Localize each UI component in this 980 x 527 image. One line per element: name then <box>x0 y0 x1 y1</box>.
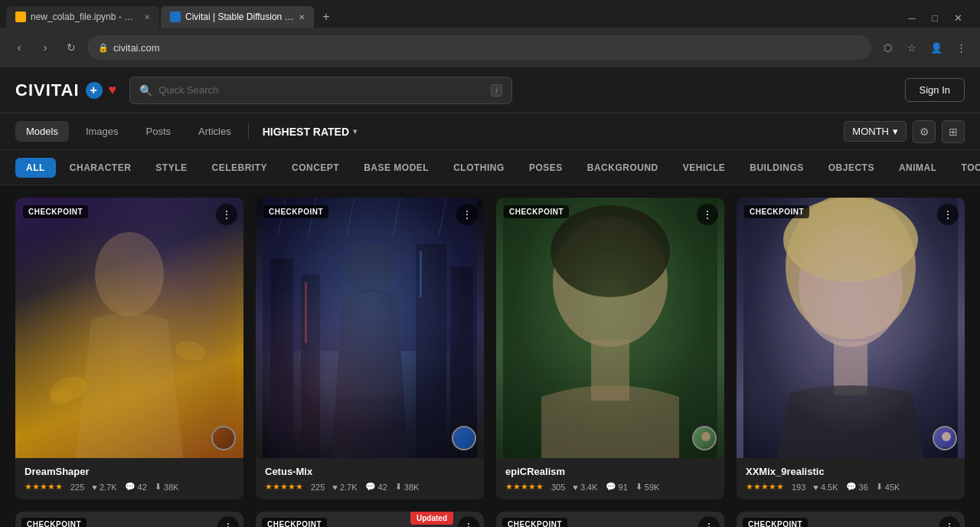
filter-icon: ⚙ <box>920 126 929 138</box>
card-menu-btn-2[interactable]: ⋮ <box>456 204 478 225</box>
month-filter-button[interactable]: MONTH ▾ <box>844 121 906 142</box>
cat-style[interactable]: STYLE <box>145 158 198 178</box>
tab-posts[interactable]: Posts <box>136 121 182 142</box>
tab-models[interactable]: Models <box>15 121 69 142</box>
card-comments-3: 💬 91 <box>606 482 628 492</box>
card-stars-4: ★★★★★ <box>746 482 784 492</box>
card-menu-btn-1[interactable]: ⋮ <box>216 204 237 225</box>
download-icon-4: ⬇ <box>876 482 883 492</box>
svg-line-16 <box>347 198 354 236</box>
cat-character[interactable]: CHARACTER <box>59 158 142 178</box>
card-avatar-4 <box>933 426 957 450</box>
cat-objects[interactable]: OBJECTS <box>818 158 885 178</box>
cat-base-model[interactable]: BASE MODEL <box>353 158 439 178</box>
card-image-4: CHECKPOINT ⋮ <box>737 198 965 458</box>
svg-rect-7 <box>270 259 293 458</box>
card-footer-4: XXMix_9realistic ★★★★★ 193 ♥ 4.5K 💬 36 ⬇… <box>737 458 965 499</box>
svg-line-18 <box>439 198 446 236</box>
forward-button[interactable]: › <box>35 38 55 57</box>
bottom-card-4[interactable]: CHECKPOINT ⋮ <box>737 512 965 527</box>
cat-tool[interactable]: TOOL <box>951 158 980 178</box>
svg-rect-20 <box>503 198 717 458</box>
tab-close-2[interactable]: ✕ <box>299 13 305 21</box>
logo-heart-icon[interactable]: ♥ <box>109 82 118 98</box>
cat-clothing[interactable]: CLOTHING <box>443 158 515 178</box>
svg-rect-0 <box>22 198 237 458</box>
browser-tab-1[interactable]: new_colab_file.ipynb - Collabora... ✕ <box>6 6 159 28</box>
cat-all[interactable]: ALL <box>15 158 56 178</box>
card-footer-2: Cetus-Mix ★★★★★ 225 ♥ 2.7K 💬 42 ⬇ 38K <box>256 458 484 499</box>
bottom-card-3[interactable]: CHECKPOINT ⋮ <box>496 512 724 527</box>
tab-images[interactable]: Images <box>75 121 129 142</box>
new-tab-button[interactable]: + <box>315 6 337 28</box>
maximize-btn[interactable]: □ <box>925 8 945 28</box>
search-shortcut: / <box>491 84 502 97</box>
model-grid: CHECKPOINT ⋮ <box>15 198 965 499</box>
search-bar[interactable]: 🔍 Quick Search / <box>129 77 512 104</box>
minimize-btn[interactable]: ─ <box>902 8 922 28</box>
svg-rect-12 <box>420 251 422 297</box>
card-rating-4: 193 <box>792 483 805 492</box>
browser-tab-2[interactable]: Civitai | Stable Diffusion models... ✕ <box>161 6 314 28</box>
heart-icon-2: ♥ <box>332 483 338 492</box>
model-card-xxmix[interactable]: CHECKPOINT ⋮ <box>737 198 965 499</box>
cat-background[interactable]: BACKGROUND <box>577 158 669 178</box>
search-placeholder: Quick Search <box>158 84 218 96</box>
month-label: MONTH <box>852 126 889 137</box>
card-stats-2: ★★★★★ 225 ♥ 2.7K 💬 42 ⬇ 38K <box>265 482 475 492</box>
reload-button[interactable]: ↻ <box>61 38 81 57</box>
address-bar[interactable]: 🔒 civitai.com <box>87 35 871 60</box>
model-card-dreamshaper[interactable]: CHECKPOINT ⋮ <box>15 198 243 499</box>
bottom-card-menu-1[interactable]: ⋮ <box>217 516 239 527</box>
card-title-2: Cetus-Mix <box>265 466 475 477</box>
cat-animal[interactable]: ANIMAL <box>888 158 948 178</box>
bottom-card-menu-3[interactable]: ⋮ <box>698 516 720 527</box>
svg-rect-9 <box>416 244 446 458</box>
svg-point-26 <box>701 432 710 441</box>
logo-plus-btn[interactable]: + <box>86 82 103 99</box>
model-card-epicrealism[interactable]: CHECKPOINT ⋮ <box>496 198 724 499</box>
profile-btn[interactable]: 👤 <box>926 38 946 57</box>
bottom-card-2[interactable]: CHECKPOINT Updated ⋮ <box>256 512 484 527</box>
view-toggle-button[interactable]: ⊞ <box>942 120 965 143</box>
model-card-cetusmix[interactable]: CHECKPOINT ⋮ <box>256 198 484 499</box>
highest-rated-button[interactable]: HIGHEST RATED ▾ <box>255 121 364 142</box>
cat-buildings[interactable]: BUILDINGS <box>739 158 815 178</box>
cat-celebrity[interactable]: CELEBRITY <box>201 158 279 178</box>
card-stats-3: ★★★★★ 305 ♥ 3.4K 💬 91 ⬇ 59K <box>505 482 715 492</box>
comment-icon-1: 💬 <box>125 482 136 492</box>
card-menu-btn-3[interactable]: ⋮ <box>697 204 718 225</box>
heart-icon-3: ♥ <box>573 483 578 492</box>
sign-in-button[interactable]: Sign In <box>905 78 965 102</box>
bottom-card-menu-4[interactable]: ⋮ <box>939 516 960 527</box>
card-image-2: CHECKPOINT ⋮ <box>256 198 484 458</box>
back-button[interactable]: ‹ <box>9 38 29 57</box>
extensions-btn[interactable]: ⬡ <box>877 38 897 57</box>
card-downloads-2: ⬇ 38K <box>395 482 420 492</box>
bottom-card-badge-1: CHECKPOINT <box>21 518 87 527</box>
tab-close-1[interactable]: ✕ <box>144 13 150 21</box>
cat-concept[interactable]: CONCEPT <box>281 158 350 178</box>
svg-rect-23 <box>591 339 629 401</box>
more-btn[interactable]: ⋮ <box>951 38 971 57</box>
cat-poses[interactable]: POSES <box>518 158 573 178</box>
card-menu-btn-4[interactable]: ⋮ <box>937 204 959 225</box>
close-btn[interactable]: ✕ <box>948 8 968 28</box>
highest-rated-label: HIGHEST RATED <box>263 126 349 138</box>
browser-chrome: new_colab_file.ipynb - Collabora... ✕ Ci… <box>0 0 980 67</box>
bottom-card-1[interactable]: CHECKPOINT ⋮ <box>15 512 243 527</box>
tab-articles[interactable]: Articles <box>188 121 242 142</box>
card-likes-2: ♥ 2.7K <box>332 483 357 492</box>
heart-icon-1: ♥ <box>92 483 97 492</box>
tab-title-2: Civitai | Stable Diffusion models... <box>185 11 294 22</box>
bookmark-btn[interactable]: ☆ <box>902 38 922 57</box>
month-chevron-icon: ▾ <box>893 126 898 137</box>
svg-point-1 <box>95 232 164 316</box>
cat-vehicle[interactable]: VEHICLE <box>672 158 737 178</box>
bottom-card-menu-2[interactable]: ⋮ <box>458 516 479 527</box>
filter-options-button[interactable]: ⚙ <box>913 120 936 143</box>
card-downloads-1: ⬇ 38K <box>155 482 179 492</box>
main-content: CHECKPOINT ⋮ <box>0 185 980 527</box>
chevron-down-icon: ▾ <box>353 127 357 136</box>
civitai-logo[interactable]: CIVITAI + ♥ <box>15 80 117 100</box>
